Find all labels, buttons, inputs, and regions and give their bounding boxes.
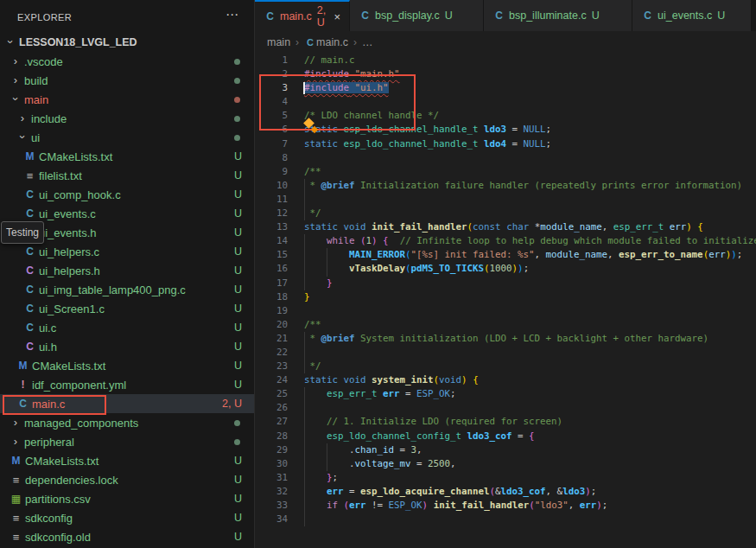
line-number[interactable]: 18 (255, 291, 288, 303)
code-line-15[interactable]: 15 MAIN_ERROR("[%s] init failed: %s", mo… (255, 248, 756, 262)
code-line-27[interactable]: 27 // 1. Initialize LDO (required for sc… (255, 415, 756, 429)
code-line-22[interactable]: 22 (255, 346, 756, 360)
tab-ui-events-c[interactable]: Cui_events.cU (632, 0, 752, 31)
modified-dot-badge (234, 78, 240, 84)
tree-item-build[interactable]: ›build (0, 71, 254, 90)
code-line-11[interactable]: 11 (255, 193, 756, 207)
line-number[interactable]: 27 (255, 416, 288, 427)
code-line-26[interactable]: 26 (255, 401, 756, 415)
tree-item-sdkconfig[interactable]: ≡sdkconfigU (0, 508, 254, 527)
tree-item-filelist-txt[interactable]: ≡filelist.txtU (0, 166, 254, 185)
line-number[interactable]: 21 (255, 333, 288, 344)
code-line-25[interactable]: 25 esp_err_t err = ESP_OK; (255, 387, 756, 401)
close-icon[interactable]: × (334, 10, 340, 23)
tree-item-ui-helpers-h[interactable]: Cui_helpers.hU (0, 261, 254, 280)
line-number[interactable]: 13 (255, 221, 288, 233)
line-number[interactable]: 34 (255, 513, 288, 525)
line-number[interactable]: 30 (255, 458, 288, 469)
line-number[interactable]: 16 (255, 263, 288, 274)
code-line-18[interactable]: 18} (255, 290, 756, 304)
tree-item-dependencies-lock[interactable]: ≡dependencies.lockU (0, 470, 254, 489)
tree-item-cmakelists-txt[interactable]: MCMakeLists.txtU (0, 147, 254, 166)
code-line-34[interactable]: 34 (255, 513, 756, 526)
code-line-8[interactable]: 8 (255, 151, 756, 165)
tree-item-ui-comp-hook-c[interactable]: Cui_comp_hook.cU (0, 185, 254, 204)
tree-item-ui-screen1-c[interactable]: Cui_Screen1.cU (0, 299, 254, 318)
tree-item-label: CMakeLists.txt (25, 455, 98, 468)
tree-item-vscode[interactable]: ›.vscode (0, 52, 254, 71)
code-line-29[interactable]: 29 .chan_id = 3, (255, 443, 756, 457)
line-number[interactable]: 26 (255, 402, 288, 413)
line-number[interactable]: 11 (255, 194, 288, 205)
editor-group: Cmain.c2, U×Cbsp_display.cUCbsp_illumina… (255, 0, 756, 548)
code-line-16[interactable]: 16 vTaskDelay(pdMS_TO_TICKS(1000)); (255, 262, 756, 276)
breadcrumb-separator: › (353, 36, 357, 48)
code-editor[interactable]: 1// main.c2#include "main.h"3#include "u… (255, 54, 756, 548)
tree-item-include[interactable]: ›include (0, 109, 254, 128)
tree-item-idf-component-yml[interactable]: !idf_component.ymlU (0, 375, 254, 394)
code-line-21[interactable]: 21 * @brief System initialization (LDO +… (255, 332, 756, 346)
line-number[interactable]: 15 (255, 249, 288, 260)
line-number[interactable]: 28 (255, 430, 288, 442)
line-number[interactable]: 25 (255, 388, 288, 399)
code-line-17[interactable]: 17 } (255, 277, 756, 290)
tree-item-lesson18-lvgl-led[interactable]: ›LESSON18_LVGL_LED (0, 33, 254, 52)
tree-item-partitions-csv[interactable]: ▦partitions.csvU (0, 489, 254, 508)
code-line-9[interactable]: 9/** (255, 165, 756, 179)
code-line-28[interactable]: 28 esp_ldo_channel_config_t ldo3_cof = { (255, 430, 756, 443)
line-number[interactable]: 8 (255, 152, 288, 163)
code-line-30[interactable]: 30 .voltage_mv = 2500, (255, 457, 756, 471)
code-line-7[interactable]: 7static esp_ldo_channel_handle_t ldo4 = … (255, 137, 756, 151)
line-number[interactable]: 32 (255, 486, 288, 497)
tree-item-cmakelists-txt[interactable]: MCMakeLists.txtU (0, 356, 254, 375)
chevron-right-icon: › (9, 55, 22, 68)
line-number[interactable]: 33 (255, 500, 288, 511)
tree-item-ui-helpers-c[interactable]: Cui_helpers.cU (0, 242, 254, 261)
line-number[interactable]: 23 (255, 360, 288, 372)
code-line-19[interactable]: 19 (255, 304, 756, 318)
line-number[interactable]: 29 (255, 444, 288, 456)
tree-item-ui-events-c[interactable]: Cui_events.cU (0, 204, 254, 223)
code-line-12[interactable]: 12 */ (255, 207, 756, 220)
code-line-24[interactable]: 24static void system_init(void) { (255, 373, 756, 387)
code-line-33[interactable]: 33 if (err != ESP_OK) init_fail_handler(… (255, 499, 756, 513)
code-line-20[interactable]: 20/** (255, 318, 756, 332)
line-number[interactable]: 10 (255, 180, 288, 191)
line-number[interactable]: 12 (255, 207, 288, 219)
tree-item-cmakelists-txt[interactable]: MCMakeLists.txtU (0, 451, 254, 470)
breadcrumb-item-[interactable]: … (362, 36, 373, 48)
line-number[interactable]: 31 (255, 472, 288, 483)
breadcrumb-item-main[interactable]: main (267, 36, 290, 48)
line-number[interactable]: 20 (255, 319, 288, 330)
line-content: .voltage_mv = 2500, (304, 458, 456, 469)
code-line-10[interactable]: 10 * @brief Initialization failure handl… (255, 179, 756, 193)
code-line-1[interactable]: 1// main.c (255, 54, 756, 67)
tree-item-managed-components[interactable]: ›managed_components (0, 413, 254, 432)
tree-item-ui-c[interactable]: Cui.cU (0, 318, 254, 337)
code-line-31[interactable]: 31 }; (255, 471, 756, 485)
line-number[interactable]: 24 (255, 374, 288, 386)
line-number[interactable]: 17 (255, 277, 288, 289)
breadcrumb-item-main-c[interactable]: main.c (316, 36, 348, 48)
line-content: if (err != ESP_OK) init_fail_handler("ld… (304, 500, 607, 511)
tab-main-c[interactable]: Cmain.c2, U× (255, 0, 350, 31)
line-number[interactable]: 1 (255, 54, 288, 66)
line-number[interactable]: 9 (255, 166, 288, 177)
line-number[interactable]: 14 (255, 235, 288, 246)
tree-item-sdkconfig-old[interactable]: ≡sdkconfig.oldU (0, 527, 254, 546)
code-line-23[interactable]: 23 */ (255, 360, 756, 373)
line-number[interactable]: 22 (255, 347, 288, 358)
line-number[interactable]: 7 (255, 138, 288, 150)
tree-item-main[interactable]: ›main (0, 90, 254, 109)
code-line-14[interactable]: 14 while (1) { // Infinite loop to help … (255, 234, 756, 248)
code-line-13[interactable]: 13static void init_fail_handler(const ch… (255, 220, 756, 234)
tree-item-ui-img-table-lamp400-png-c[interactable]: Cui_img_table_lamp400_png.cU (0, 280, 254, 299)
tree-item-peripheral[interactable]: ›peripheral (0, 432, 254, 451)
line-number[interactable]: 19 (255, 305, 288, 316)
tab-bsp-display-c[interactable]: Cbsp_display.cU (350, 0, 484, 31)
code-line-32[interactable]: 32 err = esp_ldo_acquire_channel(&ldo3_c… (255, 485, 756, 499)
tree-item-ui[interactable]: ›ui (0, 128, 254, 147)
ellipsis-icon[interactable]: ⋯ (226, 7, 238, 22)
tree-item-ui-h[interactable]: Cui.hU (0, 337, 254, 356)
tab-bsp-illuminate-c[interactable]: Cbsp_illuminate.cU (484, 0, 632, 31)
